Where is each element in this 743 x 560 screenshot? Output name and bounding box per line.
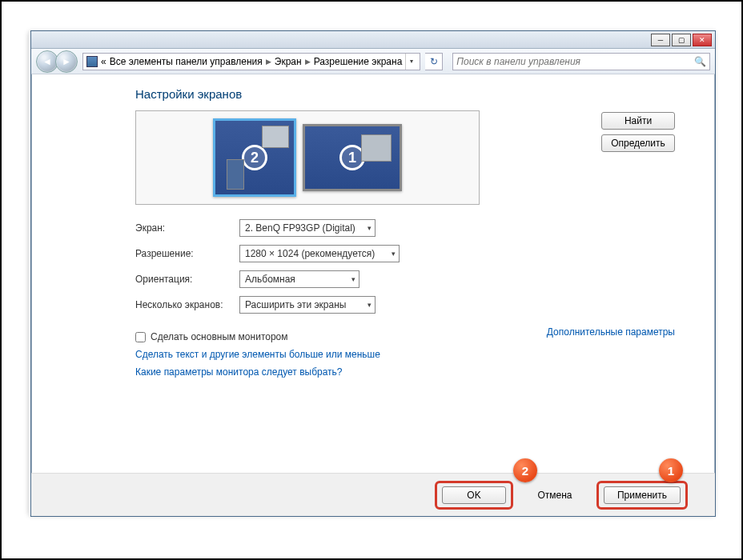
forward-button[interactable]: ► (55, 50, 78, 73)
monitor-number: 2 (242, 145, 267, 170)
breadcrumb-item[interactable]: Экран (275, 56, 302, 67)
advanced-settings-link[interactable]: Дополнительные параметры (547, 326, 675, 338)
highlight-ring: OK (435, 481, 513, 510)
search-icon[interactable]: 🔍 (694, 56, 706, 67)
address-bar: ◄ ► « Все элементы панели управления ▶ Э… (31, 49, 715, 74)
display-preview[interactable]: 2 1 (135, 110, 480, 205)
find-button[interactable]: Найти (601, 112, 675, 130)
monitor-1[interactable]: 1 (303, 124, 402, 191)
orientation-label: Ориентация: (135, 274, 239, 285)
highlight-ring: Применить (596, 481, 688, 510)
breadcrumb-prefix: « (101, 56, 106, 67)
make-primary-checkbox[interactable] (135, 332, 146, 342)
control-panel-window: ─ ▢ ✕ ◄ ► « Все элементы панели управлен… (30, 30, 716, 517)
close-button[interactable]: ✕ (693, 34, 712, 46)
content-area: Настройки экранов 2 1 Найти Определить Э… (31, 74, 715, 516)
control-panel-icon (86, 56, 98, 67)
breadcrumb-item[interactable]: Разрешение экрана (314, 56, 403, 67)
apply-button[interactable]: Применить (604, 486, 681, 504)
callout-1: 1 (659, 458, 683, 482)
resolution-combo[interactable]: 1280 × 1024 (рекомендуется) (239, 245, 400, 262)
breadcrumb[interactable]: « Все элементы панели управления ▶ Экран… (82, 53, 420, 70)
multi-displays-combo[interactable]: Расширить эти экраны (239, 296, 376, 314)
titlebar: ─ ▢ ✕ (31, 31, 715, 49)
minimize-button[interactable]: ─ (651, 34, 670, 46)
breadcrumb-item[interactable]: Все элементы панели управления (110, 56, 263, 67)
maximize-button[interactable]: ▢ (672, 34, 691, 46)
monitor-2[interactable]: 2 (213, 118, 296, 197)
button-bar: OK Отмена Применить (31, 473, 715, 516)
text-size-link[interactable]: Сделать текст и другие элементы больше и… (135, 349, 675, 360)
orientation-combo[interactable]: Альбомная (239, 270, 359, 288)
cancel-button[interactable]: Отмена (523, 486, 587, 504)
resolution-label: Разрешение: (135, 248, 239, 259)
search-box[interactable]: 🔍 (452, 53, 710, 70)
callout-2: 2 (513, 458, 537, 482)
chevron-right-icon: ▶ (266, 58, 271, 66)
which-settings-link[interactable]: Какие параметры монитора следует выбрать… (135, 366, 675, 378)
identify-button[interactable]: Определить (601, 134, 675, 152)
make-primary-label: Сделать основным монитором (151, 331, 288, 342)
screen-label: Экран: (135, 222, 239, 234)
ok-button[interactable]: OK (442, 486, 506, 504)
breadcrumb-dropdown[interactable]: ▾ (405, 54, 416, 70)
multi-label: Несколько экранов: (135, 299, 239, 310)
search-input[interactable] (456, 56, 694, 67)
screen-combo[interactable]: 2. BenQ FP93GP (Digital) (239, 219, 376, 237)
chevron-right-icon: ▶ (305, 58, 311, 66)
refresh-button[interactable]: ↻ (425, 53, 443, 70)
page-title: Настройки экранов (135, 87, 675, 101)
